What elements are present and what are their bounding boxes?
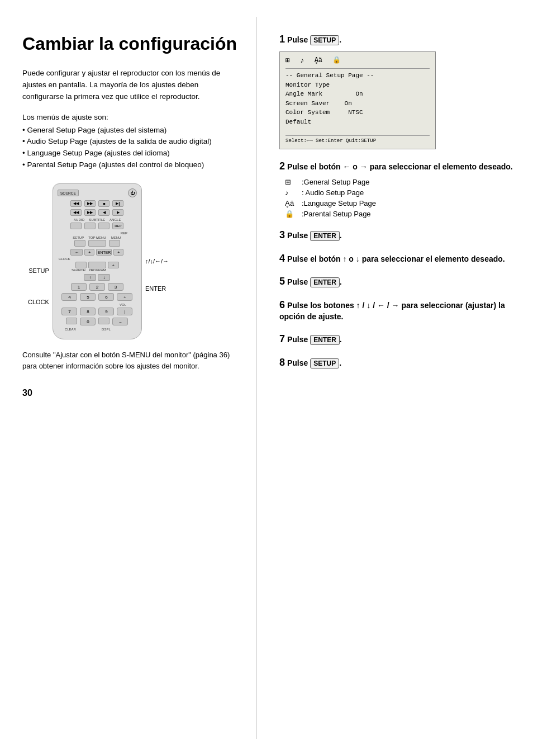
power-icon: ⏻ xyxy=(130,191,135,196)
plus-vol: + xyxy=(117,293,132,301)
general-icon: ⊞ xyxy=(285,55,290,67)
stepfwd-btn: ▶ xyxy=(112,209,123,216)
language-icon: Ḁä xyxy=(315,55,322,65)
plus-left-btn: + xyxy=(84,249,94,256)
dpad-area: ← + ENTER + CLOCK + xyxy=(58,249,137,281)
up-btn: ↑ xyxy=(84,274,96,281)
step-2: 2 Pulse el botón ← o → para seleccionar … xyxy=(279,160,516,219)
screen-footer: Select:←→ Set:Enter Quit:SETUP xyxy=(285,135,430,145)
menu-list-header: Los menús de ajuste son: xyxy=(22,113,240,121)
step-4-num: 4 xyxy=(279,253,285,264)
screen-line-2: Angle Mark On xyxy=(285,89,430,99)
clock-text: CLOCK xyxy=(59,257,70,261)
enter-key-3: ENTER xyxy=(310,231,340,241)
step-4-text: Pulse el botón ↑ o ↓ para seleccionar el… xyxy=(287,254,505,263)
remote-top-row: SOURCE ⏻ xyxy=(58,188,137,197)
page-number: 30 xyxy=(22,388,32,398)
icon-general: ⊞ :General Setup Page xyxy=(285,178,516,186)
menu-nav-label: MENU xyxy=(108,236,124,239)
num-5: 5 xyxy=(80,293,96,301)
page-number-area: 30 xyxy=(22,371,240,398)
stop-btn: ■ xyxy=(98,200,110,207)
step-6-num: 6 xyxy=(279,299,285,310)
num-row-3: 7 8 9 | xyxy=(58,308,137,315)
clock-label-left: CLOCK xyxy=(28,299,49,305)
clock-label-row: CLOCK xyxy=(59,257,138,261)
enter-label-right: ENTER xyxy=(145,285,169,292)
num-3: 3 xyxy=(108,283,123,291)
num-2: 2 xyxy=(89,283,105,291)
list-item: Audio Setup Page (ajustes de la salida d… xyxy=(22,136,240,148)
power-button: ⏻ xyxy=(128,188,137,197)
audio-label: AUDIO xyxy=(72,218,87,221)
right-column: 1 Pulse SETUP. ⊞ ♪ Ḁä 🔒 -- General Setup… xyxy=(257,17,533,739)
num-9: 9 xyxy=(98,308,114,315)
rewind-btn: ◀◀ xyxy=(70,209,82,216)
nav-btn-row xyxy=(58,240,137,247)
intro-paragraph: Puede configurar y ajustar el reproducto… xyxy=(22,68,240,103)
parental-icon: 🔒 xyxy=(332,55,341,65)
dspl-btn xyxy=(98,318,110,324)
icon-audio: ♪ : Audio Setup Page xyxy=(285,188,516,197)
screen-mockup: ⊞ ♪ Ḁä 🔒 -- General Setup Page -- Monito… xyxy=(279,51,436,149)
enter-key-7: ENTER xyxy=(310,335,340,345)
subtitle-btn xyxy=(84,223,96,229)
icon-parental: 🔒 :Parental Setup Page xyxy=(285,210,516,218)
step-3-text: Pulse ENTER. xyxy=(287,231,342,240)
remote-left-labels: SETUP CLOCK xyxy=(28,267,49,305)
enter-btn: ENTER xyxy=(96,249,112,256)
step-7: 7 Pulse ENTER. xyxy=(279,333,516,346)
transport-row-2: ◀◀ ▶▶ ◀ ▶ xyxy=(58,209,137,216)
menu-btn xyxy=(109,240,120,247)
audio-btn xyxy=(70,223,82,229)
step-2-text: Pulse el botón ← o → para seleccionar el… xyxy=(287,162,513,171)
page: Cambiar la configuración Puede configura… xyxy=(0,0,533,756)
list-item: Parental Setup Page (ajustes del control… xyxy=(22,159,240,171)
step-7-text: Pulse ENTER. xyxy=(287,335,342,344)
page-title: Cambiar la configuración xyxy=(22,34,240,54)
vol-bar: | xyxy=(117,308,132,315)
num-row-2: 4 5 6 + xyxy=(58,293,137,301)
list-item: General Setup Page (ajustes del sistema) xyxy=(22,125,240,136)
arrow-direction-label: ↑/↓/←/→ xyxy=(145,258,169,264)
setup-label-left: SETUP xyxy=(28,267,49,274)
menu-list: General Setup Page (ajustes del sistema)… xyxy=(22,125,240,172)
transport-row-1: ◀◀ ▶▶ ■ ▶‖ xyxy=(58,200,137,207)
step-2-num: 2 xyxy=(279,160,285,172)
step-1-num: 1 xyxy=(279,34,285,45)
step-8-text: Pulse SETUP. xyxy=(287,358,341,367)
nav-labels: SETUP TOP MENU MENU xyxy=(58,236,137,239)
screen-header: -- General Setup Page -- xyxy=(285,71,430,81)
step-6: 6 Pulse los botones ↑ / ↓ / ← / → para s… xyxy=(279,299,516,322)
icon-language: Ḁä :Language Setup Page xyxy=(285,199,516,207)
rep-btn: REP xyxy=(112,223,123,229)
stepback-btn: ◀ xyxy=(98,209,110,216)
ffwd-btn: ▶▶ xyxy=(84,209,96,216)
step-5-num: 5 xyxy=(279,276,285,287)
audio-setup-label: : Audio Setup Page xyxy=(302,188,364,197)
vol-label-row: VOL xyxy=(58,303,137,306)
screen-line-5: Default xyxy=(285,117,430,127)
parental-setup-icon: 🔒 xyxy=(285,210,302,218)
search-btn xyxy=(75,262,87,268)
clear-btn xyxy=(66,318,77,324)
step-8: 8 Pulse SETUP. xyxy=(279,357,516,369)
num-0: 0 xyxy=(80,318,96,325)
program-btn xyxy=(88,262,106,268)
setup-btn xyxy=(74,240,85,247)
step-4: 4 Pulse el botón ↑ o ↓ para seleccionar … xyxy=(279,253,516,265)
dpad-row-1: ← + ENTER + xyxy=(70,249,123,256)
plus-btn-2: + xyxy=(108,262,119,268)
topmenu-btn xyxy=(88,240,106,247)
rep-label-row: REP xyxy=(58,231,137,235)
vol-label: VOL xyxy=(120,303,129,306)
search-program-labels: SEARCH PROGRAM xyxy=(70,268,123,272)
pause-btn: ▶‖ xyxy=(112,200,123,207)
general-setup-label: :General Setup Page xyxy=(302,178,369,186)
next-btn: ▶▶ xyxy=(84,200,96,207)
updown-row: ↑ ↓ xyxy=(84,274,110,281)
general-setup-icon: ⊞ xyxy=(285,178,302,186)
setup-key-1: SETUP xyxy=(310,35,339,45)
language-setup-icon: Ḁä xyxy=(285,199,302,207)
setup-nav-label: SETUP xyxy=(70,236,86,239)
